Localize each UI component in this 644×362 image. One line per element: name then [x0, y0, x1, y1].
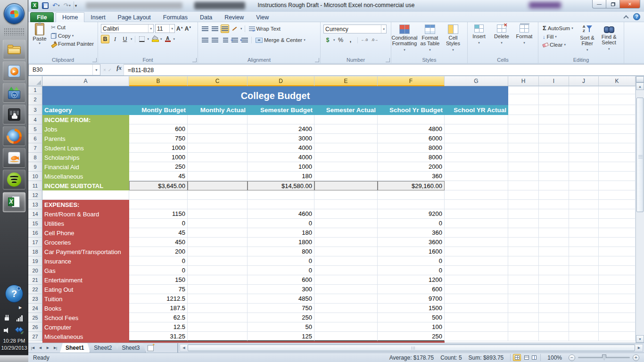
cell-E9[interactable]: [314, 162, 378, 172]
scroll-up-button[interactable]: ▲: [636, 82, 644, 90]
cell-K3[interactable]: [599, 105, 636, 115]
name-box[interactable]: B30 ▼: [28, 64, 100, 75]
column-header-E[interactable]: E: [314, 76, 378, 86]
grow-font-button[interactable]: A▲: [176, 25, 183, 32]
cell-E21[interactable]: [314, 275, 378, 285]
cell-H19[interactable]: [508, 256, 539, 266]
taskbar-item-spotify[interactable]: [3, 170, 25, 189]
cell-H22[interactable]: [508, 285, 539, 294]
cell-A23[interactable]: Tuition: [42, 294, 129, 304]
cell-D3[interactable]: Semester Budget: [248, 105, 314, 115]
cell-I24[interactable]: [539, 304, 569, 313]
cell-H12[interactable]: [508, 190, 539, 200]
cell-H10[interactable]: [508, 172, 539, 181]
row-header-7[interactable]: 7: [28, 143, 42, 153]
cell-F16[interactable]: 360: [378, 228, 445, 238]
cell-K10[interactable]: [599, 172, 636, 181]
cell-A4[interactable]: INCOME FROM:: [42, 115, 129, 124]
cell-E8[interactable]: [314, 153, 378, 162]
cell-I16[interactable]: [539, 228, 569, 238]
cell-B17[interactable]: 450: [129, 238, 188, 247]
cell-E5[interactable]: [314, 124, 378, 134]
cell-K12[interactable]: [599, 190, 636, 200]
italic-button[interactable]: I: [111, 35, 119, 43]
borders-button[interactable]: [138, 35, 146, 43]
show-desktop-button[interactable]: [0, 355, 28, 362]
cell-F6[interactable]: 6000: [378, 134, 445, 143]
increase-decimal-button[interactable]: ←.0: [360, 38, 369, 42]
show-hidden-icons-button[interactable]: ▶: [19, 305, 22, 310]
tab-splitter-handle[interactable]: [176, 343, 180, 353]
cell-J4[interactable]: [569, 115, 599, 124]
cell-D24[interactable]: 750: [248, 304, 314, 313]
cell-K15[interactable]: [599, 219, 636, 228]
taskbar-item-hp-app[interactable]: hp: [3, 83, 25, 103]
cell-K22[interactable]: [599, 285, 636, 294]
cell-K1[interactable]: [599, 86, 636, 94]
cell-J19[interactable]: [569, 256, 599, 266]
cell-I9[interactable]: [539, 162, 569, 172]
increase-indent-button[interactable]: [240, 36, 249, 44]
delete-cells-button[interactable]: Delete▾: [490, 22, 513, 56]
cell-A10[interactable]: Miscellaneous: [42, 172, 129, 181]
cell-J20[interactable]: [569, 266, 599, 275]
cell-K19[interactable]: [599, 256, 636, 266]
first-sheet-button[interactable]: |◀: [29, 345, 36, 352]
fill-color-button[interactable]: [150, 35, 159, 43]
cell-I25[interactable]: [539, 313, 569, 322]
cell-A11[interactable]: INCOME SUBTOTAL: [42, 181, 129, 190]
network-signal-tray-icon[interactable]: [14, 313, 25, 323]
cell-F24[interactable]: 1500: [378, 304, 445, 313]
cell-E3[interactable]: Semester Actual: [314, 105, 378, 115]
cell-J9[interactable]: [569, 162, 599, 172]
cell-J13[interactable]: [569, 200, 599, 209]
cell-C25[interactable]: [188, 313, 248, 322]
power-tray-icon[interactable]: [2, 313, 12, 323]
cell-B8[interactable]: 1000: [129, 153, 188, 162]
cell-J23[interactable]: [569, 294, 599, 304]
alignment-dialog-launcher[interactable]: [315, 58, 319, 62]
fill-button[interactable]: ↓Fill▾: [541, 33, 575, 40]
cell-J11[interactable]: [569, 181, 599, 190]
cell-A6[interactable]: Parents: [42, 134, 129, 143]
cell-C6[interactable]: [188, 134, 248, 143]
normal-view-button[interactable]: [513, 354, 521, 361]
font-name-combo[interactable]: Calibri▾: [101, 24, 154, 33]
bold-button[interactable]: B: [101, 35, 109, 43]
column-header-J[interactable]: J: [569, 76, 599, 86]
cell-I27[interactable]: [539, 332, 569, 341]
cell-D20[interactable]: 0: [248, 266, 314, 275]
cell-E16[interactable]: [314, 228, 378, 238]
sheet-tab-sheet3[interactable]: Sheet3: [116, 343, 146, 353]
cell-I22[interactable]: [539, 285, 569, 294]
tab-view[interactable]: View: [250, 12, 275, 22]
excel-app-icon[interactable]: X: [30, 1, 39, 9]
cell-B21[interactable]: 150: [129, 275, 188, 285]
cell-B19[interactable]: 0: [129, 256, 188, 266]
cell-B14[interactable]: 1150: [129, 209, 188, 219]
cell-A27[interactable]: Miscellaneous: [42, 332, 129, 341]
cell-K25[interactable]: [599, 313, 636, 322]
cell-D4[interactable]: [248, 115, 314, 124]
cell-F22[interactable]: 600: [378, 285, 445, 294]
sheet-tab-sheet1[interactable]: Sheet1: [60, 343, 90, 353]
cell-C20[interactable]: [188, 266, 248, 275]
cell-A26[interactable]: Computer: [42, 322, 129, 332]
cell-I1[interactable]: [539, 86, 569, 94]
cell-F4[interactable]: [378, 115, 445, 124]
cell-K20[interactable]: [599, 266, 636, 275]
cell-C3[interactable]: Monthly Actual: [188, 105, 248, 115]
cell-F9[interactable]: 2000: [378, 162, 445, 172]
cell-A8[interactable]: Scholarships: [42, 153, 129, 162]
cell-D9[interactable]: 1000: [248, 162, 314, 172]
cell-J25[interactable]: [569, 313, 599, 322]
cell-C8[interactable]: [188, 153, 248, 162]
accounting-format-button[interactable]: $: [323, 36, 332, 44]
vertical-scrollbar[interactable]: ▲ ▼: [636, 76, 644, 343]
cell-B27[interactable]: 31.25: [129, 332, 188, 341]
cell-F13[interactable]: [378, 200, 445, 209]
cell-K26[interactable]: [599, 322, 636, 332]
cell-B10[interactable]: 45: [129, 172, 188, 181]
cell-C17[interactable]: [188, 238, 248, 247]
cell-J22[interactable]: [569, 285, 599, 294]
